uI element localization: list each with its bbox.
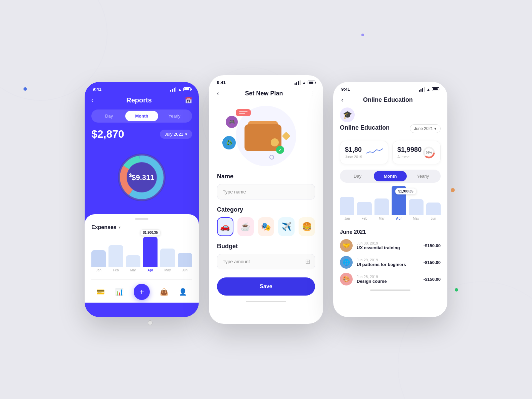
nav-profile-icon[interactable]: 👤 (179, 288, 187, 296)
name-input[interactable] (217, 184, 315, 200)
back-button-1[interactable]: ‹ (91, 97, 93, 104)
p1-header: ‹ Reports 📅 (85, 94, 199, 109)
bar-feb: Feb (108, 245, 123, 272)
transaction-list: 🤝 Jun 30, 2019 UX essential training -$1… (340, 239, 441, 285)
edu-section-title: Online Education (340, 124, 390, 131)
bar-tooltip-edu: $1,900,35 (395, 188, 416, 194)
home-indicator-3 (370, 290, 410, 291)
trans-info-3: Jun 28, 2019 Design course (357, 275, 419, 284)
calendar-icon[interactable]: 📅 (185, 97, 192, 104)
phone-set-new-plan: 9:41 ▲ ‹ Set New Plan ⋮ (209, 75, 323, 324)
bar-edu-may: May (409, 199, 423, 220)
trans-date-3: Jun 28, 2019 (357, 275, 419, 279)
p3-header: ‹ Online Education (333, 94, 447, 107)
p2-illustration: ✓ 🎮 ♻️ (209, 102, 323, 170)
trans-name-2: UI patterns for beginers (357, 262, 419, 267)
date-dropdown[interactable]: June 2021 ▾ (410, 124, 441, 133)
p2-header: ‹ Set New Plan ⋮ (209, 87, 323, 102)
stat-card-2: $1,9980 All time 36% (392, 141, 441, 164)
p1-bottom-panel: Expenses ▾ Jan Feb Mar (85, 214, 199, 303)
tab-bar-edu: Day Month Yearly (340, 170, 441, 183)
category-car[interactable]: 🚗 (217, 217, 233, 236)
month-title: June 2021 (340, 229, 441, 235)
status-time-3: 9:41 (341, 87, 350, 92)
wifi-icon-2: ▲ (302, 81, 306, 85)
tab-edu-day[interactable]: Day (341, 171, 374, 181)
nav-card-icon[interactable]: 💳 (96, 288, 105, 296)
status-bar-3: 9:41 ▲ (333, 82, 447, 94)
stat2-amount: $1,9980 (397, 146, 422, 153)
period-badge[interactable]: July 2021 ▾ (160, 130, 192, 139)
p3-content: 🎓 Online Education June 2021 ▾ $1,80 Jun… (333, 107, 447, 285)
bar-jan: Jan (91, 250, 106, 272)
tab-edu-yearly[interactable]: Yearly (407, 171, 439, 181)
bottom-handle (135, 218, 148, 220)
save-button[interactable]: Save (217, 277, 315, 296)
trans-name-1: UX essential training (357, 245, 419, 250)
tab-day[interactable]: Day (93, 111, 125, 121)
stat1-label: June 2019 (345, 155, 362, 159)
tab-yearly[interactable]: Yearly (158, 111, 191, 121)
trans-info-2: Jun 29, 2019 UI patterns for beginers (357, 258, 419, 267)
budget-row: ⊞ (217, 254, 315, 269)
phone-online-education: 9:41 ▲ ‹ Online Education (333, 82, 447, 317)
tab-edu-month[interactable]: Month (374, 171, 406, 181)
trans-amount-2: -$150.00 (424, 260, 441, 265)
status-time-1: 9:41 (93, 87, 101, 92)
share-icon[interactable]: ⋮ (309, 90, 315, 97)
category-entertainment[interactable]: 🎭 (258, 217, 274, 236)
wallet-body: ✓ (245, 124, 281, 151)
trans-date-1: Jun 30, 2019 (357, 241, 419, 245)
bar-edu-feb: Feb (357, 202, 371, 220)
back-button-2[interactable]: ‹ (217, 90, 219, 97)
page-title-1: Reports (126, 96, 152, 104)
expenses-dropdown[interactable]: ▾ (119, 225, 121, 230)
period-label: July 2021 (165, 132, 183, 137)
edu-icon: 🎓 (340, 107, 355, 122)
page-title-2: Set New Plan (245, 90, 283, 97)
battery-icon-1 (183, 87, 191, 91)
budget-input[interactable] (217, 254, 315, 269)
signal-bars-1 (170, 87, 176, 92)
bar-edu-jan: Jan (340, 197, 354, 220)
amount-row: $2,870 July 2021 ▾ (85, 128, 199, 144)
battery-icon-3 (432, 87, 439, 91)
date-label: June 2021 (414, 126, 433, 131)
fab-add-button[interactable]: + (134, 284, 150, 300)
total-amount: $2,870 (91, 128, 124, 140)
category-food[interactable]: 🍔 (299, 217, 315, 236)
nav-wallet-icon[interactable]: 👜 (160, 288, 168, 296)
wallet-illustration: ✓ (243, 121, 283, 151)
trans-name-3: Design course (357, 279, 419, 284)
stats-cards: $1,80 June 2019 $1,9 (340, 141, 441, 164)
trans-date-2: Jun 29, 2019 (357, 258, 419, 262)
status-icons-2: ▲ (295, 80, 315, 85)
trans-icon-1: 🤝 (340, 239, 353, 252)
trans-icon-3: 🎨 (340, 273, 353, 285)
home-indicator-2 (246, 301, 286, 302)
stat2-label: All time (397, 155, 422, 159)
phone-reports: 9:41 ▲ ‹ Reports 📅 Day M (85, 82, 199, 317)
back-button-3[interactable]: ‹ (341, 96, 343, 103)
bar-may: May (160, 249, 175, 272)
edu-icon-row: 🎓 (340, 107, 441, 122)
bar-mar: Mar (126, 255, 140, 272)
phones-container: 9:41 ▲ ‹ Reports 📅 Day M (85, 75, 447, 324)
tab-month[interactable]: Month (125, 111, 158, 121)
category-travel[interactable]: ✈️ (278, 217, 295, 236)
calculator-icon: ⊞ (305, 258, 310, 265)
status-time-2: 9:41 (217, 80, 226, 85)
ring-chart: 36% (422, 146, 436, 159)
signal-bars-2 (295, 80, 301, 85)
p3-title-row: Online Education June 2021 ▾ (340, 124, 441, 136)
battery-icon-2 (308, 81, 315, 84)
status-icons-3: ▲ (419, 87, 439, 92)
float-card (236, 109, 251, 116)
trans-amount-1: -$150.00 (424, 243, 441, 248)
wifi-icon-3: ▲ (427, 87, 430, 91)
nav-chart-icon[interactable]: 📊 (115, 288, 124, 296)
trans-info-1: Jun 30, 2019 UX essential training (357, 241, 419, 250)
expenses-label: Expenses (91, 224, 117, 230)
category-coffee[interactable]: ☕ (237, 217, 254, 236)
p2-form: Name Category 🚗 ☕ 🎭 ✈️ 🍔 Budget ⊞ (209, 173, 323, 269)
